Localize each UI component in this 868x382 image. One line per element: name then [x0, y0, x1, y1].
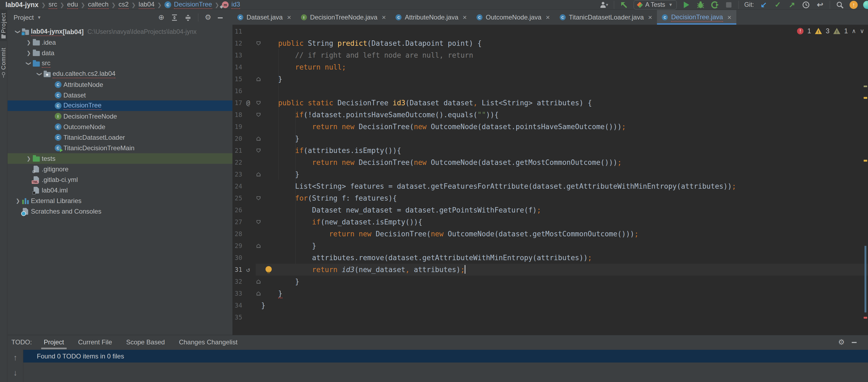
code-text[interactable]: public static DecisionTree id3(Dataset d… [261, 97, 592, 109]
git-update-button[interactable]: ↙ [760, 1, 768, 9]
tree-row[interactable]: .gitignore [8, 164, 232, 174]
breadcrumb-method[interactable]: id3 [231, 1, 240, 9]
editor-tab[interactable]: CTitanicDatasetLoader.java× [555, 10, 657, 25]
breadcrumb-item[interactable]: lab04 [139, 1, 155, 9]
code-text[interactable]: return id3(new_dataset, attributes); [261, 264, 465, 276]
todo-tab-changes-changelist[interactable]: Changes Changelist [179, 335, 237, 349]
run-button[interactable] [682, 1, 691, 9]
code-with-me-button[interactable] [863, 1, 868, 9]
code-text[interactable]: } [261, 73, 282, 85]
code-text[interactable]: Dataset new_dataset = dataset.getPointsW… [261, 204, 541, 216]
breadcrumb-project[interactable]: lab04-jynx [5, 1, 38, 9]
code-line[interactable]: 15 } [232, 73, 868, 85]
ide-update-button[interactable]: ↑ [849, 1, 858, 9]
fold-marker-open[interactable] [256, 220, 261, 224]
code-text[interactable]: } [261, 168, 299, 180]
code-text[interactable]: if(new_dataset.isEmpty()){ [261, 216, 422, 228]
code-text[interactable]: return new DecisionTree(new OutcomeNode(… [261, 228, 639, 240]
locate-file-button[interactable]: ⊕ [158, 14, 164, 21]
code-line[interactable]: 29 } [232, 240, 868, 252]
tree-row[interactable]: ❯data [8, 47, 232, 58]
fold-marker-close[interactable] [256, 244, 261, 248]
history-button[interactable] [802, 1, 810, 9]
code-line[interactable]: 32 } [232, 276, 868, 288]
chevron-right-icon[interactable]: ❯ [26, 155, 31, 162]
tree-row[interactable]: .gitlab-ci.yml [8, 174, 232, 185]
todo-tab-scope-based[interactable]: Scope Based [126, 335, 165, 349]
tree-row[interactable]: CTitanicDecisionTreeMain [8, 143, 232, 153]
code-line[interactable]: 17@ public static DecisionTree id3(Datas… [232, 97, 868, 109]
code-line[interactable]: 14 return null; [232, 61, 868, 73]
search-everywhere-button[interactable] [836, 1, 844, 9]
user-account-button[interactable]: ▾ [600, 1, 609, 9]
code-line[interactable]: 22 return new DecisionTree(new OutcomeNo… [232, 157, 868, 168]
vcs-stripe-mark[interactable] [865, 246, 866, 312]
fold-marker-close[interactable] [256, 280, 261, 284]
problem-stripe-mark[interactable] [864, 97, 867, 99]
todo-result-row[interactable]: Found 0 TODO items in 0 files [23, 350, 868, 362]
editor-tab[interactable]: CDecisionTree.java× [657, 10, 736, 25]
close-icon[interactable]: × [546, 13, 550, 22]
stripe-tab-project[interactable]: Project [0, 10, 7, 41]
code-line[interactable]: 24 List<String> features = dataset.getFe… [232, 180, 868, 192]
tree-row[interactable]: lab04.iml [8, 185, 232, 195]
code-text[interactable]: } [261, 276, 299, 288]
todo-settings-button[interactable]: ⚙ [838, 339, 845, 346]
collapse-all-button[interactable] [185, 14, 191, 21]
tree-row[interactable]: ❯src [8, 58, 232, 69]
code-text[interactable]: for(String f: features){ [261, 192, 397, 204]
code-line[interactable]: 28 return new DecisionTree(new OutcomeNo… [232, 228, 868, 240]
code-line[interactable]: 20 } [232, 133, 868, 145]
expand-all-button[interactable] [171, 14, 178, 21]
code-line[interactable]: 30 attributes.remove(dataset.getAttribut… [232, 252, 868, 264]
git-commit-button[interactable]: ✓ [773, 1, 782, 9]
editor[interactable]: 1112 public String predict(Dataset.Datap… [232, 25, 868, 335]
code-line[interactable]: 26 Dataset new_dataset = dataset.getPoin… [232, 204, 868, 216]
inspections-widget[interactable]: ! 1 ! 3 ! 1 ∧ ∨ [797, 27, 864, 35]
code-line[interactable]: 16 [232, 85, 868, 97]
fold-marker-close[interactable] [256, 292, 261, 296]
code-text[interactable]: } [261, 288, 282, 299]
build-button[interactable] [620, 1, 628, 9]
tree-row[interactable]: ❯.idea [8, 37, 232, 47]
error-stripe[interactable] [863, 25, 868, 335]
code-line[interactable]: 33 } [232, 288, 868, 299]
chevron-down-icon[interactable]: ❯ [15, 29, 21, 35]
hide-panel-button[interactable] [218, 14, 223, 21]
code-text[interactable]: return null; [261, 61, 346, 73]
code-line[interactable]: 12 public String predict(Dataset.Datapoi… [232, 37, 868, 49]
run-with-coverage-button[interactable] [710, 1, 719, 9]
editor-tab[interactable]: IDecisionTreeNode.java× [296, 10, 391, 25]
code-line[interactable]: 11 [232, 26, 868, 37]
code-line[interactable]: 25 for(String f: features){ [232, 192, 868, 204]
tree-row[interactable]: ❯edu.caltech.cs2.lab04 [8, 69, 232, 79]
code-line[interactable]: 27 if(new_dataset.isEmpty()){ [232, 216, 868, 228]
stop-button[interactable] [724, 1, 733, 9]
code-line[interactable]: 34} [232, 299, 868, 311]
breadcrumb-item[interactable]: caltech [88, 1, 108, 9]
tree-row[interactable]: ❯tests [8, 153, 232, 164]
code-text[interactable]: } [261, 133, 299, 145]
code-text[interactable]: if(attributes.isEmpty()){ [261, 145, 401, 157]
tree-row[interactable]: COutcomeNode [8, 122, 232, 132]
code-line[interactable]: 35 [232, 311, 868, 323]
close-icon[interactable]: × [463, 13, 467, 22]
code-line[interactable]: 23 } [232, 168, 868, 180]
fold-marker-open[interactable] [256, 113, 261, 117]
previous-todo-button[interactable]: ↑ [13, 353, 17, 362]
fold-marker-open[interactable] [256, 149, 261, 153]
next-todo-button[interactable]: ↓ [13, 368, 17, 377]
run-configuration-select[interactable]: A Tests ▼ [634, 0, 677, 9]
code-line[interactable]: 13 // if right and left node are null, r… [232, 49, 868, 61]
code-line[interactable]: 18 if(!dataset.pointsHaveSameOutcome().e… [232, 109, 868, 121]
chevron-right-icon[interactable]: ❯ [26, 39, 31, 45]
close-icon[interactable]: × [287, 13, 291, 22]
code-text[interactable]: if(!dataset.pointsHaveSameOutcome().equa… [261, 109, 499, 121]
tree-row[interactable]: CDataset [8, 90, 232, 100]
breadcrumb-item[interactable]: src [49, 1, 57, 9]
fold-marker-open[interactable] [256, 196, 261, 200]
editor-tab[interactable]: COutcomeNode.java× [472, 10, 555, 25]
code-text[interactable]: // if right and left node are null, retu… [261, 49, 473, 61]
tree-row[interactable]: CDecisionTree [8, 100, 232, 111]
editor-tab[interactable]: CDataset.java× [232, 10, 296, 25]
